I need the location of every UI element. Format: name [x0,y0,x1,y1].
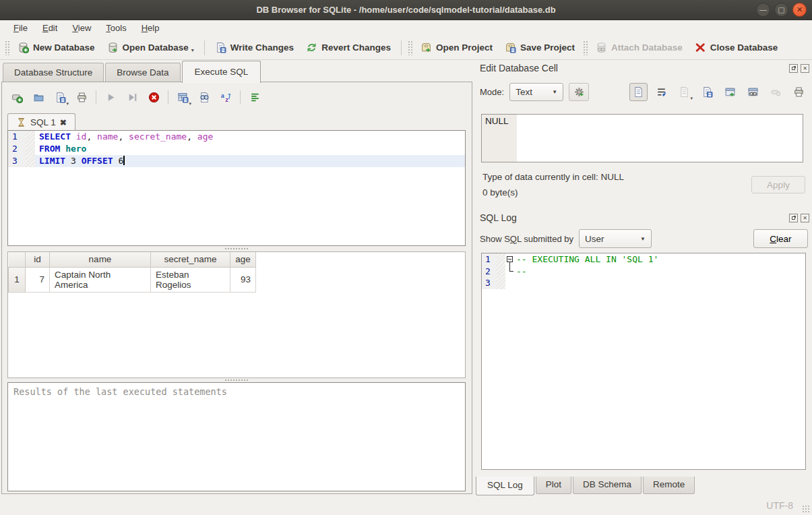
float-dock-icon[interactable] [789,214,798,222]
open-in-app-button[interactable] [744,83,762,101]
results-message-box[interactable]: Results of the last executed statements [7,382,466,491]
tab-browse-data[interactable]: Browse Data [105,63,180,82]
cell-id[interactable]: 7 [26,267,50,292]
edit-cell-title: Edit Database Cell [480,63,786,73]
sql-editor-toolbar: ▾ ▾ [7,86,264,108]
sql-log-controls: Show SQL submitted by User ▼ Clear [480,229,808,249]
auto-apply-gear-icon [573,86,585,98]
cell-age[interactable]: 93 [230,267,256,292]
fold-margin [26,155,35,167]
close-dock-icon[interactable]: ✕ [801,64,809,73]
format-sql-button[interactable] [245,88,264,107]
toolbar-drag-handle[interactable] [408,40,412,55]
line-number: 3 [8,155,26,167]
dock-tab-db-schema[interactable]: DB Schema [573,477,642,494]
log-filter-combobox[interactable]: User ▼ [579,229,652,248]
save-results-icon [177,92,189,103]
find-button[interactable] [195,88,214,107]
column-header-name[interactable]: name [50,252,151,267]
save-sql-file-button[interactable]: ▾ [51,88,69,107]
execute-all-button[interactable] [101,88,120,107]
mode-combobox[interactable]: Text ▼ [509,83,563,101]
export-data-button[interactable] [698,83,716,101]
main-panel: Database Structure Browse Data Execute S… [0,60,474,495]
sql-file-tab[interactable]: SQL 1 ✖ [7,113,75,131]
format-icon [249,92,261,103]
print-sql-button[interactable] [72,88,91,107]
cell-secret-name[interactable]: Esteban Rogelios [151,267,230,292]
auto-apply-button[interactable] [569,83,589,101]
clear-log-button[interactable]: Clear [753,229,808,248]
sql-code-editor[interactable]: 1 SELECT id, name, secret_name, age 2 FR… [7,130,466,246]
set-null-button[interactable] [767,83,785,101]
corner-header[interactable] [9,252,26,267]
close-sql-tab-icon[interactable]: ✖ [60,118,67,127]
maximize-button[interactable]: ▢ [774,3,788,17]
code-line-current: 3 LIMIT 3 OFFSET 6 [8,155,465,167]
word-wrap-button[interactable] [652,83,670,101]
dock-tab-remote[interactable]: Remote [643,477,695,494]
fold-margin [497,253,505,266]
open-in-app-icon [747,86,759,98]
fold-marker[interactable] [505,253,516,266]
text-mode-icon [633,86,644,98]
print-icon [793,86,805,98]
float-dock-icon[interactable] [789,64,798,73]
menu-tools[interactable]: Tools [99,22,133,34]
close-database-button[interactable]: Close Database [689,38,784,57]
export-data-icon [701,86,713,98]
chevron-down-icon: ▼ [640,236,646,242]
save-sql-dropdown-icon[interactable]: ▾ [66,101,69,107]
sql-log-view[interactable]: 1 -- EXECUTING ALL IN 'SQL 1' 2 -- 3 [481,253,806,470]
new-sql-tab-button[interactable] [7,88,26,107]
close-button[interactable]: ✕ [792,3,807,17]
execute-line-button[interactable] [123,88,142,107]
save-project-button[interactable]: Save Project [499,38,581,57]
line-number: 2 [482,266,497,278]
apply-button[interactable]: Apply [751,176,805,193]
open-database-icon [107,42,119,53]
window-titlebar[interactable]: DB Browser for SQLite - /home/user/code/… [0,0,812,20]
dock-tab-plot[interactable]: Plot [536,477,571,494]
save-results-button[interactable]: ▾ [173,88,192,107]
import-data-button[interactable]: ▾ [675,83,693,101]
toolbar-drag-handle[interactable] [583,40,588,55]
menu-file[interactable]: File [7,22,34,34]
open-sql-file-button[interactable] [29,88,48,107]
close-dock-icon[interactable]: ✕ [801,214,809,222]
write-changes-button[interactable]: Write Changes [209,38,300,57]
tab-execute-sql[interactable]: Execute SQL [182,61,261,83]
tab-database-structure[interactable]: Database Structure [3,63,104,82]
open-database-button[interactable]: Open Database ▾ [101,38,200,57]
column-header-age[interactable]: age [230,252,256,267]
apply-cell-button[interactable] [721,83,739,101]
open-project-button[interactable]: Open Project [414,38,499,57]
cell-editor[interactable]: NULL [481,114,803,162]
revert-changes-icon [306,42,317,53]
column-header-id[interactable]: id [26,252,50,267]
cell-size-info: 0 byte(s) [482,187,518,198]
splitter-handle[interactable] [7,247,466,251]
sql-file-tab-label: SQL 1 [30,117,56,127]
menu-edit[interactable]: Edit [36,22,64,34]
print-cell-button[interactable] [790,83,808,101]
menu-help[interactable]: Help [135,22,166,34]
stop-execution-button[interactable] [144,88,163,107]
resize-grip[interactable] [802,505,810,513]
toolbar-drag-handle[interactable] [5,40,9,55]
word-wrap-icon [656,86,667,98]
cell-name[interactable]: Captain North America [50,267,151,292]
attach-database-button[interactable]: Attach Database [590,38,689,57]
save-results-dropdown-icon[interactable]: ▾ [189,101,191,107]
row-header[interactable]: 1 [9,267,26,292]
dock-tab-sql-log[interactable]: SQL Log [476,477,534,495]
open-database-dropdown-icon[interactable]: ▾ [191,47,194,53]
text-mode-button[interactable] [629,83,648,101]
encoding-indicator[interactable]: UTF-8 [766,500,793,511]
autocomplete-button[interactable] [216,88,235,107]
minimize-button[interactable]: — [756,3,770,17]
new-database-button[interactable]: New Database [11,38,101,57]
menu-view[interactable]: View [65,22,98,34]
column-header-secret-name[interactable]: secret_name [151,252,230,267]
revert-changes-button[interactable]: Revert Changes [300,38,397,57]
